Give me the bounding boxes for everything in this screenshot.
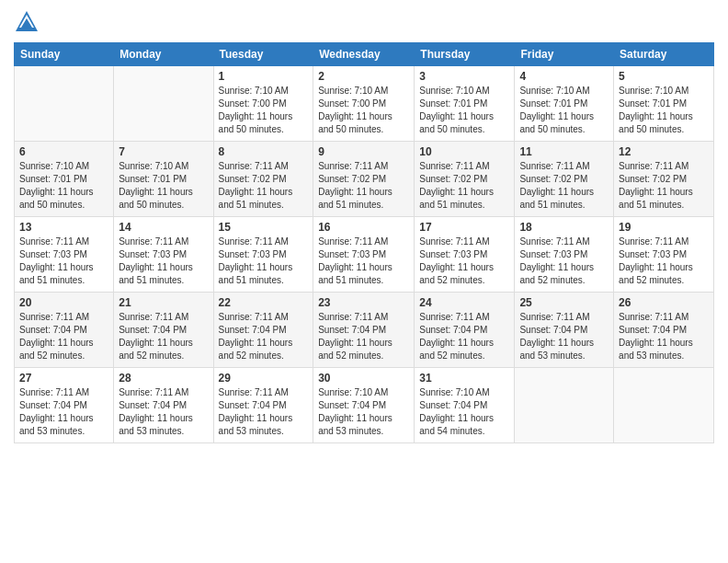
calendar-cell: 20Sunrise: 7:11 AMSunset: 7:04 PMDayligh…	[15, 293, 114, 368]
calendar-cell	[114, 66, 213, 142]
calendar-header-wednesday: Wednesday	[313, 43, 415, 66]
day-number: 24	[419, 296, 509, 309]
day-number: 3	[419, 70, 509, 83]
calendar-cell: 16Sunrise: 7:11 AMSunset: 7:03 PMDayligh…	[313, 217, 415, 293]
logo-icon	[14, 9, 40, 35]
day-number: 25	[519, 296, 609, 309]
day-info: Sunrise: 7:11 AMSunset: 7:04 PMDaylight:…	[419, 311, 509, 362]
day-number: 20	[19, 296, 108, 309]
day-info: Sunrise: 7:11 AMSunset: 7:03 PMDaylight:…	[619, 236, 709, 287]
day-info: Sunrise: 7:11 AMSunset: 7:03 PMDaylight:…	[19, 236, 108, 287]
day-info: Sunrise: 7:11 AMSunset: 7:02 PMDaylight:…	[519, 160, 609, 212]
day-info: Sunrise: 7:10 AMSunset: 7:01 PMDaylight:…	[419, 85, 509, 136]
day-number: 31	[419, 372, 509, 385]
calendar-table: SundayMondayTuesdayWednesdayThursdayFrid…	[14, 42, 714, 443]
day-info: Sunrise: 7:11 AMSunset: 7:03 PMDaylight:…	[519, 236, 609, 287]
day-info: Sunrise: 7:10 AMSunset: 7:01 PMDaylight:…	[119, 160, 208, 212]
calendar-cell: 4Sunrise: 7:10 AMSunset: 7:01 PMDaylight…	[515, 66, 614, 142]
calendar-cell: 18Sunrise: 7:11 AMSunset: 7:03 PMDayligh…	[515, 217, 614, 293]
day-info: Sunrise: 7:11 AMSunset: 7:04 PMDaylight:…	[119, 311, 208, 362]
day-info: Sunrise: 7:10 AMSunset: 7:04 PMDaylight:…	[318, 386, 409, 438]
calendar-cell: 5Sunrise: 7:10 AMSunset: 7:01 PMDaylight…	[614, 66, 714, 142]
calendar-cell: 8Sunrise: 7:11 AMSunset: 7:02 PMDaylight…	[213, 142, 313, 217]
page: SundayMondayTuesdayWednesdayThursdayFrid…	[0, 0, 728, 563]
calendar-cell: 24Sunrise: 7:11 AMSunset: 7:04 PMDayligh…	[415, 293, 515, 368]
day-number: 16	[318, 221, 409, 234]
day-number: 1	[219, 70, 309, 83]
day-number: 11	[519, 145, 609, 158]
calendar-cell: 3Sunrise: 7:10 AMSunset: 7:01 PMDaylight…	[415, 66, 515, 142]
calendar-cell: 10Sunrise: 7:11 AMSunset: 7:02 PMDayligh…	[415, 142, 515, 217]
header	[14, 9, 714, 35]
day-info: Sunrise: 7:11 AMSunset: 7:03 PMDaylight:…	[219, 236, 309, 287]
day-number: 4	[519, 70, 609, 83]
calendar-cell: 30Sunrise: 7:10 AMSunset: 7:04 PMDayligh…	[313, 368, 415, 443]
calendar-header-saturday: Saturday	[614, 43, 714, 66]
calendar-cell: 11Sunrise: 7:11 AMSunset: 7:02 PMDayligh…	[515, 142, 614, 217]
day-info: Sunrise: 7:11 AMSunset: 7:04 PMDaylight:…	[318, 311, 409, 362]
calendar-header-monday: Monday	[114, 43, 213, 66]
day-number: 14	[119, 221, 208, 234]
day-number: 30	[318, 372, 409, 385]
calendar-cell: 6Sunrise: 7:10 AMSunset: 7:01 PMDaylight…	[15, 142, 114, 217]
calendar-cell: 2Sunrise: 7:10 AMSunset: 7:00 PMDaylight…	[313, 66, 415, 142]
calendar-header-friday: Friday	[515, 43, 614, 66]
calendar-week-row: 13Sunrise: 7:11 AMSunset: 7:03 PMDayligh…	[15, 217, 714, 293]
calendar-cell: 31Sunrise: 7:10 AMSunset: 7:04 PMDayligh…	[415, 368, 515, 443]
day-info: Sunrise: 7:10 AMSunset: 7:04 PMDaylight:…	[419, 386, 509, 438]
day-number: 5	[619, 70, 709, 83]
day-info: Sunrise: 7:11 AMSunset: 7:02 PMDaylight:…	[219, 160, 309, 212]
day-number: 8	[219, 145, 309, 158]
day-number: 27	[19, 372, 108, 385]
day-info: Sunrise: 7:11 AMSunset: 7:04 PMDaylight:…	[19, 386, 108, 438]
calendar-cell: 12Sunrise: 7:11 AMSunset: 7:02 PMDayligh…	[614, 142, 714, 217]
day-number: 7	[119, 145, 208, 158]
day-info: Sunrise: 7:10 AMSunset: 7:01 PMDaylight:…	[519, 85, 609, 136]
day-number: 17	[419, 221, 509, 234]
calendar-cell	[515, 368, 614, 443]
calendar-cell: 26Sunrise: 7:11 AMSunset: 7:04 PMDayligh…	[614, 293, 714, 368]
calendar-week-row: 27Sunrise: 7:11 AMSunset: 7:04 PMDayligh…	[15, 368, 714, 443]
day-number: 21	[119, 296, 208, 309]
day-number: 23	[318, 296, 409, 309]
day-info: Sunrise: 7:10 AMSunset: 7:01 PMDaylight:…	[19, 160, 108, 212]
calendar-cell: 29Sunrise: 7:11 AMSunset: 7:04 PMDayligh…	[213, 368, 313, 443]
day-info: Sunrise: 7:10 AMSunset: 7:00 PMDaylight:…	[318, 85, 409, 136]
day-number: 18	[519, 221, 609, 234]
day-number: 6	[19, 145, 108, 158]
day-info: Sunrise: 7:11 AMSunset: 7:04 PMDaylight:…	[219, 311, 309, 362]
calendar-cell	[15, 66, 114, 142]
day-info: Sunrise: 7:11 AMSunset: 7:04 PMDaylight:…	[19, 311, 108, 362]
calendar-header-tuesday: Tuesday	[213, 43, 313, 66]
day-number: 26	[619, 296, 709, 309]
calendar-week-row: 20Sunrise: 7:11 AMSunset: 7:04 PMDayligh…	[15, 293, 714, 368]
day-number: 19	[619, 221, 709, 234]
day-info: Sunrise: 7:11 AMSunset: 7:04 PMDaylight:…	[219, 386, 309, 438]
calendar-cell: 14Sunrise: 7:11 AMSunset: 7:03 PMDayligh…	[114, 217, 213, 293]
day-number: 9	[318, 145, 409, 158]
day-number: 29	[219, 372, 309, 385]
calendar-cell: 15Sunrise: 7:11 AMSunset: 7:03 PMDayligh…	[213, 217, 313, 293]
day-info: Sunrise: 7:11 AMSunset: 7:03 PMDaylight:…	[119, 236, 208, 287]
day-info: Sunrise: 7:10 AMSunset: 7:00 PMDaylight:…	[219, 85, 309, 136]
day-info: Sunrise: 7:11 AMSunset: 7:02 PMDaylight:…	[419, 160, 509, 212]
calendar-cell: 27Sunrise: 7:11 AMSunset: 7:04 PMDayligh…	[15, 368, 114, 443]
calendar-cell: 7Sunrise: 7:10 AMSunset: 7:01 PMDaylight…	[114, 142, 213, 217]
day-info: Sunrise: 7:11 AMSunset: 7:04 PMDaylight:…	[619, 311, 709, 362]
day-info: Sunrise: 7:11 AMSunset: 7:04 PMDaylight:…	[519, 311, 609, 362]
day-info: Sunrise: 7:11 AMSunset: 7:04 PMDaylight:…	[119, 386, 208, 438]
calendar-week-row: 1Sunrise: 7:10 AMSunset: 7:00 PMDaylight…	[15, 66, 714, 142]
day-info: Sunrise: 7:11 AMSunset: 7:03 PMDaylight:…	[419, 236, 509, 287]
day-info: Sunrise: 7:11 AMSunset: 7:02 PMDaylight:…	[318, 160, 409, 212]
day-info: Sunrise: 7:11 AMSunset: 7:02 PMDaylight:…	[619, 160, 709, 212]
calendar-cell: 19Sunrise: 7:11 AMSunset: 7:03 PMDayligh…	[614, 217, 714, 293]
calendar-cell: 23Sunrise: 7:11 AMSunset: 7:04 PMDayligh…	[313, 293, 415, 368]
calendar-cell: 28Sunrise: 7:11 AMSunset: 7:04 PMDayligh…	[114, 368, 213, 443]
day-info: Sunrise: 7:10 AMSunset: 7:01 PMDaylight:…	[619, 85, 709, 136]
calendar-cell: 25Sunrise: 7:11 AMSunset: 7:04 PMDayligh…	[515, 293, 614, 368]
day-number: 15	[219, 221, 309, 234]
day-info: Sunrise: 7:11 AMSunset: 7:03 PMDaylight:…	[318, 236, 409, 287]
calendar-cell: 22Sunrise: 7:11 AMSunset: 7:04 PMDayligh…	[213, 293, 313, 368]
calendar-cell: 13Sunrise: 7:11 AMSunset: 7:03 PMDayligh…	[15, 217, 114, 293]
calendar-header-thursday: Thursday	[415, 43, 515, 66]
